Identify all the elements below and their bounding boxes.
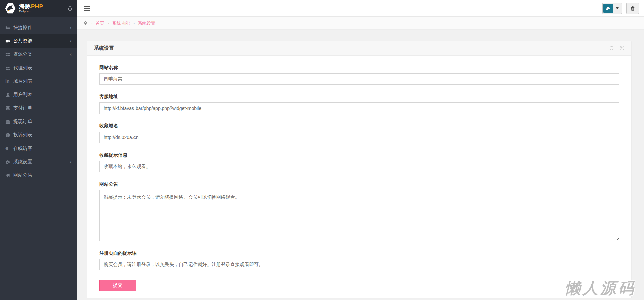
breadcrumb-system-functions-link[interactable]: 系统功能 <box>112 20 130 26</box>
sidebar-item-label: 在线访客 <box>13 145 72 152</box>
settings-form: 网站名称 客服地址 收藏域名 收藏提示信息 网站公告 温馨提 <box>87 56 631 298</box>
settings-card: 系统设置 网站名称 客服地址 <box>87 41 631 298</box>
folder-open-icon <box>5 25 13 30</box>
submit-button[interactable]: 提交 <box>99 280 136 291</box>
location-pin-icon <box>83 20 88 26</box>
fullscreen-icon[interactable] <box>620 46 625 51</box>
breadcrumb-separator: › <box>91 21 92 26</box>
sidebar-item-payment-orders[interactable]: 支付订单 <box>0 101 77 115</box>
favorite-tip-label: 收藏提示信息 <box>99 152 619 158</box>
form-group-favorite-domain: 收藏域名 <box>99 123 619 143</box>
card-tools <box>609 46 625 51</box>
sidebar-item-label: 公共资源 <box>13 38 70 44</box>
clear-cache-button[interactable] <box>626 3 639 14</box>
sidebar-menu: 快捷操作 ‹ 公共资源 ‹ 资源分类 ‹ 代理列表 in <box>0 17 77 182</box>
sidebar-item-site-announcement[interactable]: 网站公告 <box>0 169 77 182</box>
sidebar-item-system-settings[interactable]: 系统设置 ‹ <box>0 155 77 169</box>
chevron-left-icon: ‹ <box>70 159 72 165</box>
sidebar-item-label: 资源分类 <box>13 51 70 57</box>
gear-icon <box>5 160 13 165</box>
service-url-field[interactable] <box>99 102 619 114</box>
breadcrumb-separator: › <box>133 21 135 26</box>
topbar-actions <box>602 3 639 14</box>
sidebar-item-label: 系统设置 <box>13 159 70 165</box>
trash-icon <box>630 6 635 11</box>
favorite-tip-field[interactable] <box>99 161 619 172</box>
favorite-domain-label: 收藏域名 <box>99 123 619 129</box>
user-avatar <box>603 4 613 13</box>
sidebar-item-public-resources[interactable]: 公共资源 ‹ <box>0 34 77 48</box>
linkedin-icon: in <box>5 79 13 84</box>
site-name-field[interactable] <box>99 73 619 85</box>
sidebar-item-quick-ops[interactable]: 快捷操作 ‹ <box>0 21 77 34</box>
breadcrumb-system-settings-link[interactable]: 系统设置 <box>138 20 155 26</box>
sidebar-item-agent-list[interactable]: 代理列表 <box>0 61 77 75</box>
form-group-service-url: 客服地址 <box>99 94 619 114</box>
page-content: 系统设置 网站名称 客服地址 <box>77 30 644 300</box>
sidebar-item-complaint-list[interactable]: 投诉列表 <box>0 128 77 142</box>
bank-icon <box>5 119 13 124</box>
service-url-label: 客服地址 <box>99 94 619 100</box>
sidebar-item-resource-categories[interactable]: 资源分类 ‹ <box>0 48 77 61</box>
sidebar-item-user-list[interactable]: 用户列表 <box>0 88 77 101</box>
exclamation-circle-icon <box>5 133 13 138</box>
sidebar-item-label: 提现订单 <box>13 119 72 125</box>
form-group-site-announcement: 网站公告 温馨提示：未登录会员，请勿切换网络。会员可以切换网络观看。 <box>99 181 619 241</box>
sidebar-item-withdraw-orders[interactable]: 提现订单 <box>0 115 77 128</box>
bullhorn-icon <box>5 173 13 178</box>
form-group-site-name: 网站名称 <box>99 65 619 85</box>
sidebar-toggle-button[interactable] <box>82 4 91 13</box>
refresh-icon[interactable] <box>609 46 614 51</box>
sidebar-item-label: 支付订单 <box>13 105 72 111</box>
theme-droplet-icon[interactable] <box>68 5 72 11</box>
card-header: 系统设置 <box>87 41 631 56</box>
database-icon <box>5 106 13 111</box>
chevron-left-icon: ‹ <box>70 25 72 30</box>
site-announcement-label: 网站公告 <box>99 181 619 187</box>
main-area: › 首页 › 系统功能 › 系统设置 系统设置 网站名称 <box>77 0 644 300</box>
brand-subtitle: Dolphin <box>19 10 43 13</box>
sidebar-item-label: 域名列表 <box>13 78 72 84</box>
site-announcement-textarea[interactable]: 温馨提示：未登录会员，请勿切换网络。会员可以切换网络观看。 <box>99 190 619 241</box>
brand-text: 海豚PHP Dolphin <box>19 4 43 13</box>
sidebar-item-domain-list[interactable]: in 域名列表 <box>0 75 77 88</box>
favorite-domain-field[interactable] <box>99 132 619 143</box>
sidebar-item-online-visitors[interactable]: e 在线访客 <box>0 142 77 155</box>
sidebar-item-label: 快捷操作 <box>13 25 70 31</box>
form-group-favorite-tip: 收藏提示信息 <box>99 152 619 172</box>
users-icon <box>5 66 13 71</box>
dolphin-logo-icon <box>5 3 16 14</box>
chevron-down-icon <box>613 7 621 9</box>
user-menu-button[interactable] <box>602 3 622 14</box>
breadcrumb: › 首页 › 系统功能 › 系统设置 <box>77 17 644 30</box>
breadcrumb-home-link[interactable]: 首页 <box>96 20 104 26</box>
video-camera-icon <box>5 39 13 44</box>
register-tip-label: 注册页面的提示语 <box>99 250 619 256</box>
form-group-register-tip: 注册页面的提示语 <box>99 250 619 270</box>
chevron-left-icon: ‹ <box>70 38 72 44</box>
site-name-label: 网站名称 <box>99 65 619 71</box>
edge-icon: e <box>5 146 13 151</box>
card-title: 系统设置 <box>94 45 114 51</box>
sidebar-item-label: 代理列表 <box>13 65 72 71</box>
chevron-left-icon: ‹ <box>70 51 72 57</box>
grid-icon <box>5 52 13 57</box>
sidebar-item-label: 网站公告 <box>13 172 72 178</box>
user-icon <box>5 92 13 97</box>
logo-bar: 海豚PHP Dolphin <box>0 0 77 17</box>
sidebar-item-label: 用户列表 <box>13 92 72 98</box>
brand-name-php: PHP <box>31 3 43 10</box>
sidebar: 海豚PHP Dolphin 快捷操作 ‹ 公共资源 ‹ <box>0 0 77 300</box>
breadcrumb-separator: › <box>108 21 109 26</box>
topbar <box>77 0 644 17</box>
register-tip-field[interactable] <box>99 259 619 270</box>
brand-name-cn: 海豚 <box>19 3 31 10</box>
sidebar-item-label: 投诉列表 <box>13 132 72 138</box>
